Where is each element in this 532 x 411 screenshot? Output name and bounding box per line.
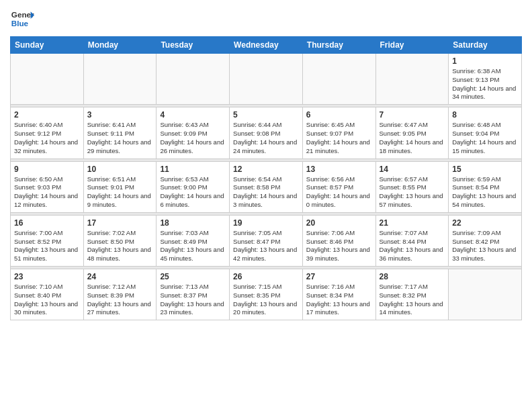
day-info: Sunrise: 6:43 AM Sunset: 9:09 PM Dayligh… [160, 121, 226, 155]
day-number: 12 [233, 165, 299, 174]
day-number: 1 [452, 56, 518, 66]
day-number: 17 [87, 218, 153, 228]
day-info: Sunrise: 6:47 AM Sunset: 9:05 PM Dayligh… [380, 121, 445, 155]
svg-text:Blue: Blue [11, 19, 29, 28]
day-info: Sunrise: 6:51 AM Sunset: 9:01 PM Dayligh… [87, 175, 153, 210]
day-number: 16 [14, 218, 80, 228]
calendar-cell [449, 269, 522, 320]
day-info: Sunrise: 6:48 AM Sunset: 9:04 PM Dayligh… [452, 121, 518, 155]
calendar-table: SundayMondayTuesdayWednesdayThursdayFrid… [10, 36, 522, 320]
page: General Blue SundayMondayTuesdayWednesda… [0, 0, 532, 327]
calendar-cell [230, 54, 303, 105]
calendar-cell: 2Sunrise: 6:40 AM Sunset: 9:12 PM Daylig… [11, 107, 84, 158]
day-number: 20 [306, 218, 372, 228]
calendar-cell [302, 54, 375, 105]
day-number: 25 [160, 272, 226, 281]
week-row-4: 16Sunrise: 7:00 AM Sunset: 8:52 PM Dayli… [11, 215, 522, 266]
day-info: Sunrise: 7:17 AM Sunset: 8:32 PM Dayligh… [380, 283, 445, 317]
day-number: 11 [160, 165, 226, 174]
day-number: 13 [306, 165, 372, 174]
day-number: 26 [233, 272, 299, 281]
calendar-cell: 11Sunrise: 6:53 AM Sunset: 9:00 PM Dayli… [157, 161, 230, 212]
calendar-cell [375, 54, 449, 105]
day-number: 4 [160, 110, 226, 120]
calendar-cell: 24Sunrise: 7:12 AM Sunset: 8:39 PM Dayli… [83, 269, 157, 320]
weekday-thursday: Thursday [302, 37, 375, 54]
day-number: 28 [380, 272, 445, 281]
calendar-cell: 19Sunrise: 7:05 AM Sunset: 8:47 PM Dayli… [230, 215, 303, 266]
logo-icon: General Blue [10, 7, 34, 31]
day-number: 22 [452, 218, 518, 228]
weekday-wednesday: Wednesday [230, 37, 303, 54]
calendar-cell [11, 54, 84, 105]
day-number: 7 [380, 110, 445, 120]
calendar-cell: 20Sunrise: 7:06 AM Sunset: 8:46 PM Dayli… [302, 215, 375, 266]
day-info: Sunrise: 7:12 AM Sunset: 8:39 PM Dayligh… [87, 283, 153, 317]
day-info: Sunrise: 7:03 AM Sunset: 8:49 PM Dayligh… [160, 229, 226, 263]
calendar-cell: 23Sunrise: 7:10 AM Sunset: 8:40 PM Dayli… [11, 269, 84, 320]
day-info: Sunrise: 7:10 AM Sunset: 8:40 PM Dayligh… [14, 283, 80, 317]
day-info: Sunrise: 7:02 AM Sunset: 8:50 PM Dayligh… [87, 229, 153, 263]
calendar-cell: 26Sunrise: 7:15 AM Sunset: 8:35 PM Dayli… [230, 269, 303, 320]
day-number: 8 [452, 110, 518, 120]
week-row-5: 23Sunrise: 7:10 AM Sunset: 8:40 PM Dayli… [11, 269, 522, 320]
calendar-cell: 5Sunrise: 6:44 AM Sunset: 9:08 PM Daylig… [230, 107, 303, 158]
day-number: 14 [380, 165, 445, 174]
day-info: Sunrise: 7:06 AM Sunset: 8:46 PM Dayligh… [306, 229, 372, 263]
day-number: 9 [14, 165, 80, 174]
day-info: Sunrise: 6:54 AM Sunset: 8:58 PM Dayligh… [233, 175, 299, 210]
day-info: Sunrise: 7:00 AM Sunset: 8:52 PM Dayligh… [14, 229, 80, 263]
weekday-tuesday: Tuesday [157, 37, 230, 54]
calendar-cell: 16Sunrise: 7:00 AM Sunset: 8:52 PM Dayli… [11, 215, 84, 266]
calendar-cell: 12Sunrise: 6:54 AM Sunset: 8:58 PM Dayli… [230, 161, 303, 212]
week-row-3: 9Sunrise: 6:50 AM Sunset: 9:03 PM Daylig… [11, 161, 522, 212]
calendar-cell: 18Sunrise: 7:03 AM Sunset: 8:49 PM Dayli… [157, 215, 230, 266]
week-row-1: 1Sunrise: 6:38 AM Sunset: 9:13 PM Daylig… [11, 54, 522, 105]
weekday-header-row: SundayMondayTuesdayWednesdayThursdayFrid… [11, 37, 522, 54]
day-number: 21 [380, 218, 445, 228]
day-number: 19 [233, 218, 299, 228]
calendar-cell: 21Sunrise: 7:07 AM Sunset: 8:44 PM Dayli… [375, 215, 449, 266]
day-number: 6 [306, 110, 372, 120]
calendar-cell [157, 54, 230, 105]
day-info: Sunrise: 6:59 AM Sunset: 8:54 PM Dayligh… [452, 175, 518, 210]
calendar-cell: 4Sunrise: 6:43 AM Sunset: 9:09 PM Daylig… [157, 107, 230, 158]
calendar-cell: 1Sunrise: 6:38 AM Sunset: 9:13 PM Daylig… [449, 54, 522, 105]
day-number: 5 [233, 110, 299, 120]
day-info: Sunrise: 6:56 AM Sunset: 8:57 PM Dayligh… [306, 175, 372, 210]
day-info: Sunrise: 6:38 AM Sunset: 9:13 PM Dayligh… [452, 67, 518, 101]
day-info: Sunrise: 7:15 AM Sunset: 8:35 PM Dayligh… [233, 283, 299, 317]
day-info: Sunrise: 6:44 AM Sunset: 9:08 PM Dayligh… [233, 121, 299, 155]
calendar-cell: 28Sunrise: 7:17 AM Sunset: 8:32 PM Dayli… [375, 269, 449, 320]
calendar-cell: 14Sunrise: 6:57 AM Sunset: 8:55 PM Dayli… [375, 161, 449, 212]
calendar-cell [83, 54, 157, 105]
day-info: Sunrise: 7:07 AM Sunset: 8:44 PM Dayligh… [380, 229, 445, 263]
logo: General Blue [10, 7, 34, 31]
day-number: 23 [14, 272, 80, 281]
day-info: Sunrise: 6:45 AM Sunset: 9:07 PM Dayligh… [306, 121, 372, 155]
day-info: Sunrise: 6:40 AM Sunset: 9:12 PM Dayligh… [14, 121, 80, 155]
day-info: Sunrise: 6:41 AM Sunset: 9:11 PM Dayligh… [87, 121, 153, 155]
calendar-cell: 8Sunrise: 6:48 AM Sunset: 9:04 PM Daylig… [449, 107, 522, 158]
day-number: 10 [87, 165, 153, 174]
calendar-cell: 13Sunrise: 6:56 AM Sunset: 8:57 PM Dayli… [302, 161, 375, 212]
calendar-cell: 9Sunrise: 6:50 AM Sunset: 9:03 PM Daylig… [11, 161, 84, 212]
calendar-cell: 15Sunrise: 6:59 AM Sunset: 8:54 PM Dayli… [449, 161, 522, 212]
day-info: Sunrise: 6:57 AM Sunset: 8:55 PM Dayligh… [380, 175, 445, 210]
weekday-saturday: Saturday [449, 37, 522, 54]
day-info: Sunrise: 7:13 AM Sunset: 8:37 PM Dayligh… [160, 283, 226, 317]
day-info: Sunrise: 7:09 AM Sunset: 8:42 PM Dayligh… [452, 229, 518, 263]
calendar-cell: 27Sunrise: 7:16 AM Sunset: 8:34 PM Dayli… [302, 269, 375, 320]
calendar-cell: 3Sunrise: 6:41 AM Sunset: 9:11 PM Daylig… [83, 107, 157, 158]
calendar-cell: 10Sunrise: 6:51 AM Sunset: 9:01 PM Dayli… [83, 161, 157, 212]
day-number: 27 [306, 272, 372, 281]
weekday-sunday: Sunday [11, 37, 84, 54]
weekday-friday: Friday [375, 37, 449, 54]
calendar-cell: 17Sunrise: 7:02 AM Sunset: 8:50 PM Dayli… [83, 215, 157, 266]
day-number: 15 [452, 165, 518, 174]
day-number: 2 [14, 110, 80, 120]
day-info: Sunrise: 6:50 AM Sunset: 9:03 PM Dayligh… [14, 175, 80, 210]
day-number: 24 [87, 272, 153, 281]
day-number: 3 [87, 110, 153, 120]
calendar-cell: 7Sunrise: 6:47 AM Sunset: 9:05 PM Daylig… [375, 107, 449, 158]
